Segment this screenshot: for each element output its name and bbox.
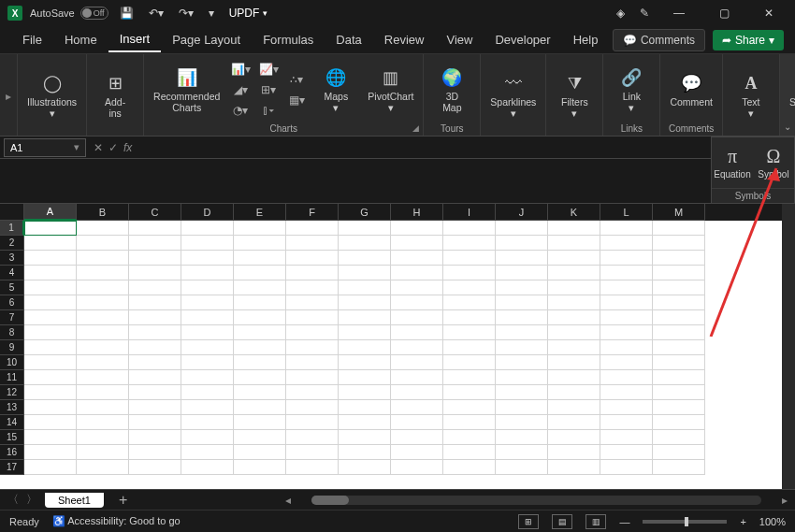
cell-J4[interactable] (496, 266, 548, 280)
cell-M4[interactable] (653, 266, 705, 280)
cell-F16[interactable] (286, 445, 339, 460)
cell-D5[interactable] (181, 280, 234, 295)
pen-icon[interactable]: ✎ (636, 5, 653, 22)
cell-E14[interactable] (234, 415, 286, 430)
chart-line-icon[interactable]: 📈▾ (257, 60, 280, 79)
col-header-C[interactable]: C (129, 204, 181, 221)
cell-M11[interactable] (653, 370, 705, 385)
cell-E8[interactable] (234, 325, 286, 340)
cell-A9[interactable] (24, 340, 77, 355)
cell-B9[interactable] (77, 340, 129, 355)
cell-B10[interactable] (77, 355, 129, 370)
cell-C8[interactable] (129, 325, 181, 340)
col-header-B[interactable]: B (77, 204, 129, 221)
cell-G3[interactable] (339, 251, 391, 266)
tab-insert[interactable]: Insert (108, 27, 162, 52)
accessibility-status[interactable]: ♿ Accessibility: Good to go (52, 515, 181, 527)
cell-H17[interactable] (391, 460, 443, 475)
chart-hierarchy-icon[interactable]: ◢▾ (229, 80, 252, 99)
cell-B3[interactable] (77, 251, 129, 266)
ribbon-collapse-icon[interactable]: ⌄ (784, 122, 791, 132)
tab-formulas[interactable]: Formulas (252, 28, 325, 51)
cell-I11[interactable] (443, 370, 496, 385)
cell-F15[interactable] (286, 430, 339, 445)
equation-button[interactable]: πEquation (712, 137, 753, 188)
cell-H10[interactable] (391, 355, 443, 370)
cell-K11[interactable] (548, 370, 600, 385)
cell-E17[interactable] (234, 460, 286, 475)
row-header-4[interactable]: 4 (0, 266, 24, 280)
cell-B6[interactable] (77, 295, 129, 310)
sheet-nav-prev[interactable]: 〈 (7, 492, 19, 508)
cell-D1[interactable] (181, 221, 234, 236)
cell-F8[interactable] (286, 325, 339, 340)
cell-K13[interactable] (548, 400, 600, 415)
cell-L5[interactable] (600, 280, 653, 295)
cell-C17[interactable] (129, 460, 181, 475)
col-header-M[interactable]: M (653, 204, 705, 221)
cell-L14[interactable] (600, 415, 653, 430)
cell-C15[interactable] (129, 430, 181, 445)
cell-F1[interactable] (286, 221, 339, 236)
row-header-2[interactable]: 2 (0, 236, 24, 251)
cell-A11[interactable] (24, 370, 77, 385)
cell-G1[interactable] (339, 221, 391, 236)
diamond-icon[interactable]: ◈ (613, 5, 629, 22)
row-header-11[interactable]: 11 (0, 370, 24, 385)
view-page-break-icon[interactable]: ▥ (585, 514, 606, 529)
zoom-in-button[interactable]: + (740, 516, 745, 527)
cell-K6[interactable] (548, 295, 600, 310)
row-header-15[interactable]: 15 (0, 430, 24, 445)
cell-I15[interactable] (443, 430, 496, 445)
hscroll-left[interactable]: ◂ (285, 494, 291, 507)
cell-L13[interactable] (600, 400, 653, 415)
cell-F3[interactable] (286, 251, 339, 266)
cell-K1[interactable] (548, 221, 600, 236)
chart-combo-icon[interactable]: ⫿▾ (257, 101, 280, 120)
vertical-scrollbar[interactable] (782, 204, 795, 489)
cell-B7[interactable] (77, 310, 129, 325)
cell-K12[interactable] (548, 385, 600, 400)
cell-A17[interactable] (24, 460, 77, 475)
cell-L3[interactable] (600, 251, 653, 266)
row-header-14[interactable]: 14 (0, 415, 24, 430)
tab-page-layout[interactable]: Page Layout (161, 28, 252, 51)
chevron-down-icon[interactable]: ▾ (74, 141, 80, 153)
cell-K8[interactable] (548, 325, 600, 340)
cell-I8[interactable] (443, 325, 496, 340)
cell-G13[interactable] (339, 400, 391, 415)
redo-icon[interactable]: ↷▾ (175, 5, 197, 22)
cell-H12[interactable] (391, 385, 443, 400)
cell-A4[interactable] (24, 266, 77, 280)
cell-D10[interactable] (181, 355, 234, 370)
cell-I5[interactable] (443, 280, 496, 295)
cell-C3[interactable] (129, 251, 181, 266)
col-header-F[interactable]: F (286, 204, 339, 221)
sheet-tab-1[interactable]: Sheet1 (45, 493, 104, 508)
recommended-charts-button[interactable]: 📊Recommended Charts (150, 65, 224, 115)
cell-D8[interactable] (181, 325, 234, 340)
col-header-E[interactable]: E (234, 204, 286, 221)
zoom-level[interactable]: 100% (759, 516, 786, 527)
sparklines-button[interactable]: 〰Sparklines▾ (486, 70, 540, 121)
select-all-corner[interactable] (0, 204, 24, 221)
cell-A6[interactable] (24, 295, 77, 310)
cell-M1[interactable] (653, 221, 705, 236)
symbols-button[interactable]: ΩSymbols▾ (786, 70, 795, 121)
cell-E1[interactable] (234, 221, 286, 236)
cell-H13[interactable] (391, 400, 443, 415)
document-name[interactable]: UPDF▾ (229, 7, 268, 20)
cell-H16[interactable] (391, 445, 443, 460)
row-header-1[interactable]: 1 (0, 221, 24, 236)
ribbon-scroll-left[interactable]: ▸ (6, 90, 11, 103)
cell-F10[interactable] (286, 355, 339, 370)
cell-M14[interactable] (653, 415, 705, 430)
cell-E7[interactable] (234, 310, 286, 325)
cell-D15[interactable] (181, 430, 234, 445)
cell-J3[interactable] (496, 251, 548, 266)
formula-input[interactable] (139, 138, 795, 157)
cell-E6[interactable] (234, 295, 286, 310)
cell-K7[interactable] (548, 310, 600, 325)
cell-F2[interactable] (286, 236, 339, 251)
cell-D17[interactable] (181, 460, 234, 475)
